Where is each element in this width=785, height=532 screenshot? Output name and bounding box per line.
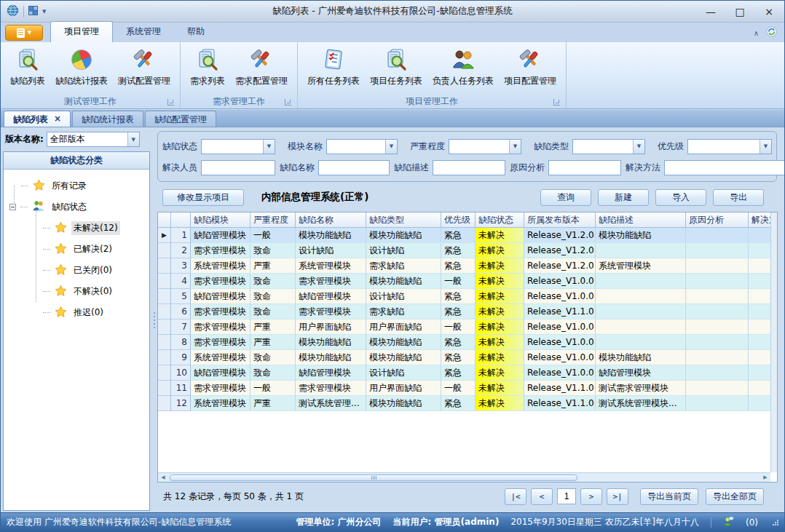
- test-config-button[interactable]: 测试配置管理: [113, 45, 175, 90]
- app-window: 缺陷列表 - 广州爱奇迪软件科技有限公司-缺陷信息管理系统 ▼ — □ × ▼ …: [0, 0, 785, 532]
- chevron-down-icon[interactable]: ▼: [385, 140, 397, 154]
- header-name[interactable]: 缺陷名称: [296, 213, 366, 228]
- qat-dropdown-icon[interactable]: ▼: [42, 9, 46, 15]
- owner-tasks-button[interactable]: 负责人任务列表: [427, 45, 499, 90]
- close-button[interactable]: ×: [760, 6, 778, 17]
- header-release[interactable]: 所属发布版本: [524, 213, 596, 228]
- doc-tab-defect-config[interactable]: 缺陷配置管理: [145, 111, 216, 127]
- chevron-down-icon[interactable]: ▼: [263, 140, 275, 154]
- modify-columns-button[interactable]: 修改显示项目: [162, 189, 244, 206]
- last-page-button[interactable]: >|: [607, 488, 628, 505]
- table-row[interactable]: 6需求管理模块致命需求管理模块需求缺陷紧急未解决Release_V1.1.0: [158, 304, 777, 319]
- import-button[interactable]: 导入: [655, 189, 706, 206]
- export-current-page-button[interactable]: 导出当前页: [640, 488, 698, 505]
- defect-desc-input[interactable]: [433, 160, 505, 175]
- resolver-input[interactable]: [201, 160, 275, 175]
- chevron-down-icon[interactable]: ▼: [760, 140, 771, 154]
- table-row[interactable]: 5缺陷管理模块致命缺陷管理模块设计缺陷紧急未解决Release_V1.0.0: [158, 289, 777, 304]
- chevron-down-icon[interactable]: ▼: [509, 140, 521, 154]
- header-method[interactable]: 解决方法: [749, 213, 770, 228]
- version-select[interactable]: 全部版本 ▼: [47, 132, 140, 147]
- scroll-right-icon[interactable]: ▶: [760, 473, 770, 482]
- tree-item-all-records[interactable]: 所有记录: [4, 175, 149, 196]
- sync-icon[interactable]: [766, 26, 777, 39]
- next-page-button[interactable]: >: [580, 488, 602, 505]
- header-desc[interactable]: 缺陷描述: [596, 213, 686, 228]
- table-row[interactable]: 10缺陷管理模块致命缺陷管理模块设计缺陷紧急未解决Release_V1.0.0缺…: [158, 365, 777, 381]
- tree-item-closed[interactable]: 已关闭(0): [4, 260, 149, 281]
- vertical-scrollbar[interactable]: [770, 213, 777, 472]
- prev-page-button[interactable]: <: [531, 488, 553, 505]
- defect-report-button[interactable]: 缺陷统计报表: [50, 45, 113, 90]
- export-all-pages-button[interactable]: 导出全部页: [706, 488, 764, 505]
- resize-grip[interactable]: [773, 520, 778, 525]
- doc-tab-defect-report[interactable]: 缺陷统计报表: [72, 111, 143, 127]
- tab-close-icon[interactable]: ×: [54, 114, 61, 127]
- tree-item-wont-fix[interactable]: 不解决(0): [4, 281, 149, 302]
- severity-select[interactable]: ▼: [449, 139, 521, 154]
- defect-list-button[interactable]: 缺陷列表: [5, 45, 50, 90]
- defect-type-select[interactable]: ▼: [572, 139, 645, 154]
- page-number-input[interactable]: [557, 488, 576, 504]
- module-name-select[interactable]: ▼: [326, 139, 398, 154]
- chevron-down-icon[interactable]: ▼: [633, 140, 644, 154]
- app-globe-icon[interactable]: [7, 4, 19, 19]
- export-button[interactable]: 导出: [713, 189, 764, 206]
- table-row[interactable]: 3系统管理模块严重系统管理模块需求缺陷紧急未解决Release_V1.2.0系统…: [158, 258, 777, 274]
- application-menu-button[interactable]: ▼: [5, 25, 43, 41]
- header-severity[interactable]: 严重程度: [251, 213, 296, 228]
- chevron-down-icon[interactable]: ▼: [127, 132, 139, 146]
- project-config-button[interactable]: 项目配置管理: [499, 45, 561, 90]
- dialog-launcher-icon[interactable]: [285, 99, 291, 106]
- tree-item-postponed[interactable]: 推迟(0): [4, 302, 149, 323]
- dialog-launcher-icon[interactable]: [553, 99, 560, 106]
- table-row[interactable]: 9系统管理模块致命模块功能缺陷模块功能缺陷紧急未解决Release_V1.0.0…: [158, 350, 777, 365]
- scroll-left-icon[interactable]: ◀: [158, 473, 168, 482]
- dialog-launcher-icon[interactable]: [167, 99, 174, 106]
- table-row[interactable]: 12系统管理模块严重测试系统管理...模块功能缺陷紧急未解决Release_V1…: [158, 396, 777, 411]
- ribbon-tab-project[interactable]: 项目管理: [50, 21, 113, 42]
- header-priority[interactable]: 优先级: [441, 213, 476, 228]
- header-type[interactable]: 缺陷类型: [366, 213, 441, 228]
- header-status[interactable]: 缺陷状态: [476, 213, 524, 228]
- tree-item-resolved[interactable]: 已解决(2): [4, 239, 149, 260]
- requirement-config-button[interactable]: 需求配置管理: [230, 45, 293, 90]
- table-row[interactable]: 8需求管理模块严重模块功能缺陷模块功能缺陷紧急未解决Release_V1.0.0: [158, 335, 777, 350]
- first-page-button[interactable]: |<: [505, 488, 526, 505]
- query-button[interactable]: 查询: [540, 189, 591, 206]
- table-row[interactable]: ▶1缺陷管理模块一般模块功能缺陷模块功能缺陷紧急未解决Release_V1.2.…: [158, 228, 777, 243]
- ribbon-group-test: 缺陷列表 缺陷统计报表 测试配置管理 测试管理工作: [1, 42, 181, 108]
- tree-collapse-icon[interactable]: [9, 204, 16, 210]
- ribbon-tab-system[interactable]: 系统管理: [113, 22, 174, 42]
- cause-analysis-input[interactable]: [548, 160, 621, 175]
- doc-tab-defect-list[interactable]: 缺陷列表 ×: [4, 111, 71, 127]
- maximize-button[interactable]: □: [730, 6, 749, 17]
- ribbon-collapse-icon[interactable]: ∧: [754, 29, 759, 37]
- table-row[interactable]: 11需求管理模块一般需求管理模块用户界面缺陷一般未解决Release_V1.1.…: [158, 381, 777, 396]
- scrollbar-thumb[interactable]: [170, 475, 577, 481]
- tree-item-defect-status[interactable]: 缺陷状态: [4, 196, 149, 218]
- horizontal-scrollbar[interactable]: ◀ ▶: [158, 472, 770, 482]
- header-cause[interactable]: 原因分析: [686, 213, 749, 228]
- messenger-icon[interactable]: [723, 516, 734, 528]
- table-row[interactable]: 4需求管理模块致命需求管理模块模块功能缺陷一般未解决Release_V1.0.0: [158, 274, 777, 289]
- version-selector-row: 版本名称: 全部版本 ▼: [5, 132, 140, 147]
- solution-input[interactable]: [664, 160, 785, 175]
- filter-label: 解决方法: [626, 162, 664, 174]
- all-tasks-button[interactable]: 所有任务列表: [302, 45, 365, 90]
- splitter-handle[interactable]: [151, 127, 157, 512]
- defect-status-select[interactable]: ▼: [201, 139, 275, 154]
- table-row[interactable]: 2需求管理模块致命设计缺陷设计缺陷紧急未解决Release_V1.2.0: [158, 243, 777, 258]
- cell-severity: 严重: [251, 335, 296, 350]
- new-button[interactable]: 新建: [598, 189, 649, 206]
- table-row[interactable]: 7需求管理模块严重用户界面缺陷用户界面缺陷一般未解决Release_V1.0.0: [158, 319, 777, 335]
- requirement-list-button[interactable]: 需求列表: [185, 45, 230, 90]
- tree-item-unresolved[interactable]: 未解决(12): [4, 218, 149, 239]
- priority-select[interactable]: ▼: [687, 139, 772, 154]
- minimize-button[interactable]: —: [701, 6, 720, 17]
- quick-access-grid-icon[interactable]: [28, 6, 38, 17]
- header-module[interactable]: 缺陷模块: [191, 213, 251, 228]
- ribbon-tab-help[interactable]: 帮助: [174, 22, 218, 42]
- defect-name-input[interactable]: [318, 160, 390, 175]
- project-tasks-button[interactable]: 项目任务列表: [365, 45, 427, 90]
